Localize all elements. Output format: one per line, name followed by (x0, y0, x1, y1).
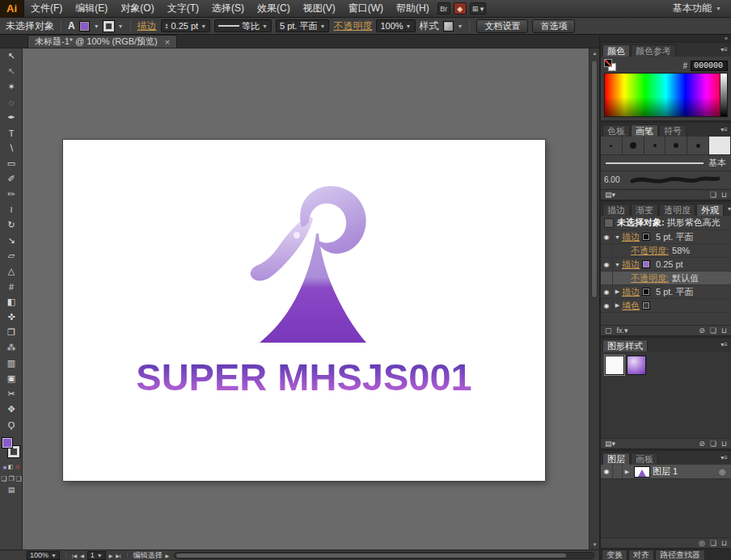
menu-view[interactable]: 视图(V) (297, 0, 342, 17)
new-stroke-icon[interactable]: ▢ (605, 326, 612, 335)
duplicate-item-icon[interactable]: ❏ (710, 326, 716, 335)
stroke-width-dropdown[interactable]: ▲▼ 0.25 pt ▼ (161, 19, 211, 32)
hex-input[interactable] (691, 61, 728, 71)
width-profile-dropdown[interactable]: 等比 ▼ (214, 19, 272, 32)
artboard-number-dropdown[interactable]: 1 ▼ (87, 551, 106, 560)
chevron-down-icon[interactable]: ▼ (94, 23, 99, 29)
mesh-tool[interactable]: # (0, 279, 23, 294)
tab-layers[interactable]: 图层 (602, 453, 630, 465)
magic-wand-tool[interactable]: ✶ (0, 79, 23, 95)
delete-style-icon[interactable]: ⊔ (721, 440, 727, 448)
rotate-tool[interactable]: ↻ (0, 217, 23, 233)
tab-swatches[interactable]: 色板 (602, 124, 630, 137)
workspace-switcher[interactable]: 基本功能 ▼ (663, 0, 731, 17)
new-brush-icon[interactable]: ❏ (710, 191, 716, 199)
menu-window[interactable]: 窗口(W) (342, 0, 390, 17)
menu-object[interactable]: 对象(O) (114, 0, 160, 17)
fill-link[interactable]: 填色 (622, 300, 640, 312)
pencil-tool[interactable]: ✏ (0, 187, 23, 202)
layer-name[interactable]: 图层 1 (653, 465, 678, 478)
draw-behind-icon[interactable]: ❐ (8, 475, 14, 482)
break-link-icon[interactable]: ⊘ (699, 440, 705, 448)
arrange-documents-icon[interactable]: ⊞ ▾ (470, 2, 487, 15)
gradient-tool[interactable]: ◧ (0, 294, 23, 309)
charcoal-brush-row[interactable]: 6.00 (601, 171, 731, 188)
pen-tool[interactable]: ✒ (0, 110, 23, 125)
grayscale-ramp[interactable] (720, 74, 727, 116)
fill-color-swatch[interactable] (642, 301, 650, 309)
visibility-column[interactable] (601, 244, 613, 257)
line-segment-tool[interactable]: ∖ (0, 141, 23, 156)
zoom-tool[interactable]: Ϙ (0, 417, 23, 432)
tab-transform[interactable]: 变换 (602, 549, 627, 560)
tab-symbols[interactable]: 符号 (659, 124, 687, 137)
new-layer-icon[interactable]: ❏ (710, 539, 716, 547)
tab-stroke[interactable]: 描边 (602, 204, 630, 216)
visibility-eye-icon[interactable]: ◉ (601, 258, 613, 271)
stroke-link[interactable]: 描边 (622, 259, 640, 271)
panel-menu-icon[interactable]: ▾≡ (717, 46, 731, 53)
draw-inside-icon[interactable]: ❑ (16, 475, 22, 482)
panel-menu-icon[interactable]: ▾≡ (717, 341, 731, 348)
tab-artboards[interactable]: 画板 (631, 453, 658, 465)
rectangle-tool[interactable]: ▭ (0, 156, 23, 171)
opacity-link[interactable]: 不透明度: (631, 272, 669, 284)
horizontal-scrollbar-thumb[interactable] (176, 554, 566, 558)
artboard-tool[interactable]: ▣ (0, 371, 23, 386)
style-swatch[interactable] (443, 21, 454, 32)
opacity-panel-link[interactable]: 不透明度 (333, 19, 372, 33)
brush-item[interactable] (644, 137, 666, 154)
style-libraries-icon[interactable]: ▤▾ (605, 440, 615, 448)
layer-thumbnail[interactable] (634, 466, 650, 478)
basic-brush-row[interactable]: 基本 (601, 154, 731, 171)
slice-tool[interactable]: ✂ (0, 386, 23, 402)
column-graph-tool[interactable]: ▥ (0, 356, 23, 371)
logo-wordmark[interactable]: SUPER MHSJS001 (63, 355, 545, 399)
scroll-up-icon[interactable]: ▲ (589, 48, 599, 58)
zoom-dropdown[interactable]: 100% ▼ (27, 551, 60, 560)
panel-menu-icon[interactable]: ▾≡ (717, 454, 731, 461)
chevron-down-icon[interactable]: ▼ (118, 23, 124, 29)
free-transform-tool[interactable]: ▱ (0, 248, 23, 263)
hand-tool[interactable]: ✥ (0, 402, 23, 417)
tab-color[interactable]: 颜色 (602, 44, 630, 57)
panel-menu-icon[interactable]: ▾≡ (717, 126, 731, 133)
eyedropper-tool[interactable]: ✜ (0, 309, 23, 325)
collapse-dock-icon[interactable]: » (725, 36, 728, 41)
gradient-button[interactable]: ◧ (8, 464, 14, 470)
visibility-eye-icon[interactable]: ◉ (601, 285, 613, 298)
stroke-color-swatch[interactable] (642, 233, 650, 241)
graphic-style-purple[interactable] (627, 356, 646, 375)
selection-tool[interactable]: ↖ (0, 48, 23, 64)
brush-item[interactable] (601, 137, 623, 154)
vertical-scrollbar[interactable]: ▲ ▼ (589, 48, 599, 549)
preferences-button[interactable]: 首选项 (532, 19, 575, 33)
width-tool[interactable]: ≀ (0, 202, 23, 217)
color-proxy-mini[interactable] (604, 59, 620, 73)
menu-select[interactable]: 选择(S) (205, 0, 251, 17)
stroke-color-swatch[interactable] (642, 260, 650, 268)
appearance-row-stroke[interactable]: ◉ ▼ 描边 5 pt. 平面 (601, 230, 731, 244)
appearance-row-opacity[interactable]: 不透明度: 58% (601, 244, 731, 258)
lock-column[interactable] (613, 465, 623, 478)
status-popup-icon[interactable]: ▶ (166, 553, 170, 558)
fill-stroke-proxy[interactable] (0, 436, 23, 461)
stepper-icon[interactable]: ▲▼ (165, 23, 169, 29)
direct-selection-tool[interactable]: ↖ (0, 64, 23, 79)
stroke-color-swatch[interactable] (642, 288, 650, 296)
visibility-eye-icon[interactable]: ◉ (601, 299, 613, 312)
stroke-color-swatch[interactable] (104, 21, 114, 32)
document-tab[interactable]: 未标题-1* @ 100% (RGB/预览) × (27, 35, 177, 48)
visibility-eye-icon[interactable]: ◉ (601, 230, 613, 243)
tab-align[interactable]: 对齐 (628, 549, 654, 560)
menu-edit[interactable]: 编辑(E) (69, 0, 114, 17)
appearance-row-fill[interactable]: ◉ ▶ 填色 (601, 299, 731, 313)
canvas-pasteboard[interactable]: SUPER MHSJS001 ▲ ▼ (23, 48, 599, 549)
expand-triangle-icon[interactable]: ▶ (613, 302, 622, 309)
bridge-icon[interactable]: Br (437, 2, 450, 15)
brush-item[interactable] (687, 137, 709, 154)
artboard[interactable]: SUPER MHSJS001 (63, 140, 545, 481)
stroke-link[interactable]: 描边 (622, 286, 640, 298)
tab-color-guide[interactable]: 颜色参考 (631, 44, 676, 57)
blend-tool[interactable]: ❐ (0, 325, 23, 340)
